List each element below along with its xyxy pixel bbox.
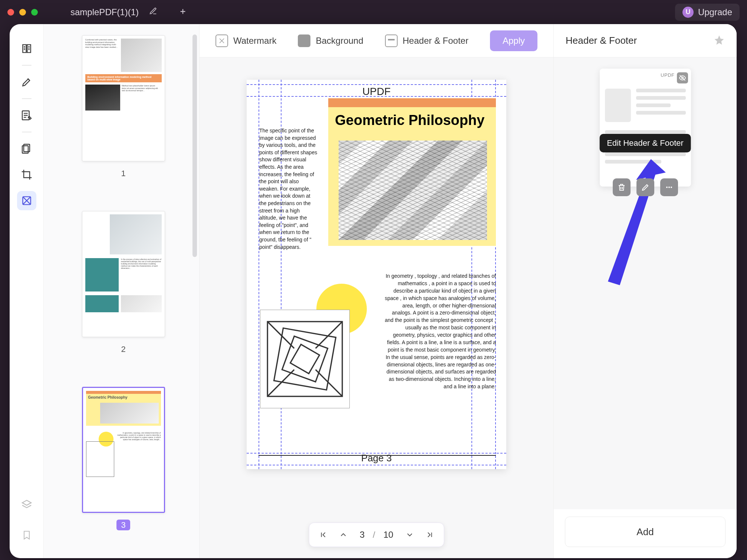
upgrade-badge-icon: U <box>682 7 694 18</box>
thumbnail-label-1: 1 <box>70 169 177 178</box>
page-divider: / <box>373 530 375 540</box>
edit-text-button[interactable] <box>17 106 36 125</box>
thumbnail-label-3: 3 <box>70 520 177 530</box>
decor-orange-bar <box>328 98 496 107</box>
header-footer-icon <box>385 34 398 47</box>
page-tools-button[interactable] <box>17 191 36 210</box>
reader-mode-button[interactable] <box>17 39 36 58</box>
total-page-number: 10 <box>379 530 398 540</box>
main-editor: Watermark Background Header & Footer App… <box>200 24 553 558</box>
favorite-icon[interactable] <box>714 34 725 47</box>
layers-button[interactable] <box>17 495 36 514</box>
page-tools-toolbar: Watermark Background Header & Footer App… <box>200 24 553 57</box>
thumbnail-panel: Combined with practical cases, the build… <box>44 24 200 558</box>
close-window-button[interactable] <box>7 9 14 16</box>
page-left-paragraph: The specific point of the image can be e… <box>259 127 319 251</box>
page-canvas[interactable]: UPDF Geometric Philosophy The specific p… <box>200 57 553 558</box>
page-navigator: 3 / 10 <box>309 523 444 547</box>
fullscreen-window-button[interactable] <box>31 9 38 16</box>
page-header: UPDF <box>247 86 506 98</box>
page-image-top <box>339 141 487 240</box>
header-footer-tool[interactable]: Header & Footer <box>385 34 468 47</box>
rail-separator <box>22 98 32 99</box>
header-footer-preset-card[interactable]: UPDF <box>600 69 691 187</box>
rail-separator <box>22 65 32 66</box>
background-tool[interactable]: Background <box>298 34 363 47</box>
thumbnail-page-3[interactable]: Geometric Philosophy In geometry, topolo… <box>82 387 165 513</box>
panel-title: Header & Footer <box>566 35 637 46</box>
upgrade-label: Upgrade <box>698 7 732 17</box>
thumbnail-page-1[interactable]: Combined with practical cases, the build… <box>82 35 165 161</box>
page-preview: UPDF Geometric Philosophy The specific p… <box>247 80 506 469</box>
current-page-number[interactable]: 3 <box>355 530 369 540</box>
crop-button[interactable] <box>17 165 36 184</box>
svg-point-15 <box>668 187 670 188</box>
first-page-button[interactable] <box>315 527 332 543</box>
panel-header: Header & Footer <box>554 24 737 57</box>
document-tab[interactable]: samplePDF(1)(1) <box>60 4 168 20</box>
edit-preset-button[interactable] <box>636 178 654 196</box>
prev-page-button[interactable] <box>335 527 352 543</box>
thumbnail-scrollbar[interactable] <box>192 34 197 257</box>
panel-body: UPDF Edit Header & Footer <box>554 57 737 509</box>
tool-rail <box>10 24 44 558</box>
app-window: Combined with practical cases, the build… <box>10 24 737 558</box>
page-heading: Geometric Philosophy <box>335 113 484 128</box>
new-tab-button[interactable] <box>179 6 187 18</box>
preset-brand-label: UPDF <box>661 72 674 78</box>
svg-rect-7 <box>290 345 320 374</box>
properties-panel: Header & Footer UPDF <box>553 24 737 558</box>
edit-tooltip: Edit Header & Footer <box>599 134 691 152</box>
page-image-bottom <box>260 310 350 408</box>
tab-title: samplePDF(1)(1) <box>70 7 139 17</box>
apply-button[interactable]: Apply <box>490 30 537 51</box>
svg-point-14 <box>666 187 668 188</box>
watermark-icon <box>215 34 228 47</box>
svg-point-16 <box>671 187 672 188</box>
highlighter-button[interactable] <box>17 72 36 92</box>
edit-tab-icon[interactable] <box>149 7 157 17</box>
thumbnail-label-2: 2 <box>70 345 177 354</box>
organize-pages-button[interactable] <box>17 139 36 158</box>
preset-actions <box>565 178 725 196</box>
page-footer: Page 3 <box>247 452 506 464</box>
thumbnail-page-2[interactable]: In the process of data collection and ex… <box>82 211 165 337</box>
minimize-window-button[interactable] <box>19 9 26 16</box>
window-titlebar: samplePDF(1)(1) U Upgrade <box>0 0 747 24</box>
visibility-toggle-icon[interactable] <box>677 72 688 83</box>
upgrade-button[interactable]: U Upgrade <box>675 4 740 21</box>
delete-preset-button[interactable] <box>613 178 631 196</box>
bookmark-button[interactable] <box>17 526 36 545</box>
window-controls <box>7 9 38 16</box>
watermark-tool[interactable]: Watermark <box>215 34 276 47</box>
last-page-button[interactable] <box>421 527 438 543</box>
rail-separator <box>22 132 32 132</box>
more-preset-button[interactable] <box>660 178 678 196</box>
page-right-paragraph: In geometry , topology , and related bra… <box>382 273 496 391</box>
background-icon <box>298 34 310 47</box>
add-header-footer-button[interactable]: Add <box>565 517 725 547</box>
next-page-button[interactable] <box>401 527 418 543</box>
